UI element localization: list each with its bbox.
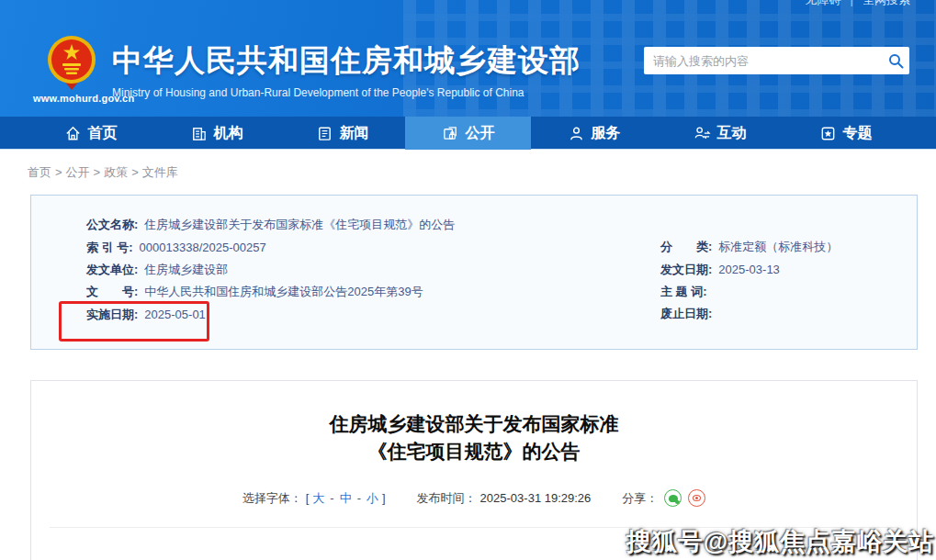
meta-row-subject-words: 主 题 词: [660, 281, 908, 303]
meta-row-implementation-date: 实施日期: 2025-05-01 [86, 304, 601, 326]
meta-row-index-number: 索 引 号: 000013338/2025-00257 [86, 236, 601, 258]
home-icon [64, 125, 82, 142]
meta-row-doc-name: 公文名称: 住房城乡建设部关于发布国家标准《住宅项目规范》的公告 [86, 214, 601, 236]
meta-label: 文 号: [86, 284, 138, 300]
search-box [644, 47, 909, 74]
topics-icon [819, 125, 837, 142]
font-size-small-link[interactable]: 小 [367, 490, 378, 507]
interaction-icon [694, 125, 711, 142]
site-subtitle-english: Ministry of Housing and Urban-Rural Deve… [112, 86, 581, 99]
nav-item-service[interactable]: 服务 [531, 117, 657, 150]
meta-value: 2025-03-13 [718, 263, 780, 276]
nav-label: 互动 [717, 124, 747, 143]
meta-value: 000013338/2025-00257 [140, 241, 266, 254]
meta-label: 发文日期: [660, 262, 712, 278]
meta-value: 标准定额（标准科技） [718, 239, 838, 255]
dash: - [330, 491, 333, 505]
share-label: 分享： [622, 490, 658, 507]
meta-row-issuing-unit: 发文单位: 住房城乡建设部 [86, 259, 601, 281]
topbar-clipped-links: 无障碍|全网搜索 [806, 0, 910, 8]
meta-label: 发文单位: [86, 262, 138, 278]
nav-item-interaction[interactable]: 互动 [657, 117, 783, 150]
service-icon [568, 125, 585, 142]
breadcrumb-disclosure[interactable]: 公开 [66, 165, 90, 179]
breadcrumb: 首页>公开>政策>文件库 [28, 164, 178, 181]
weibo-share-icon[interactable] [688, 489, 705, 507]
nav-label: 机构 [214, 124, 243, 143]
organization-icon [190, 125, 208, 142]
site-header: 无障碍|全网搜索 www.mohurd.gov.cn 中华人民共和国住房和城乡建… [0, 0, 936, 117]
article-title: 住房城乡建设部关于发布国家标准 《住宅项目规范》的公告 [31, 410, 917, 465]
font-size-large-link[interactable]: 大 [312, 490, 324, 507]
font-selector-label: 选择字体： [242, 490, 302, 507]
meta-value: 住房城乡建设部 [144, 262, 228, 278]
meta-row-issue-date: 发文日期: 2025-03-13 [660, 258, 908, 280]
bracket-close: ] [382, 491, 386, 505]
font-size-selector: 选择字体： [ 大 - 中 - 小 ] [242, 490, 386, 507]
meta-label: 索 引 号: [86, 240, 133, 256]
meta-value: 2025-05-01 [144, 308, 206, 321]
news-icon [316, 125, 333, 142]
meta-value: 住房城乡建设部关于发布国家标准《住宅项目规范》的公告 [144, 217, 455, 233]
breadcrumb-policy[interactable]: 政策 [104, 165, 128, 179]
meta-row-abolition-date: 废止日期: [660, 303, 908, 325]
breadcrumb-separator: > [131, 165, 139, 179]
nav-label: 首页 [88, 124, 118, 143]
topbar-link[interactable]: 无障碍 [806, 0, 841, 6]
meta-label: 公文名称: [86, 217, 138, 233]
breadcrumb-home[interactable]: 首页 [28, 165, 51, 179]
nav-label: 新闻 [340, 124, 369, 143]
topbar-separator: | [851, 0, 853, 6]
publish-time-label: 发布时间： [417, 490, 477, 507]
nav-label: 服务 [592, 124, 621, 143]
article-title-line1: 住房城乡建设部关于发布国家标准 [330, 413, 619, 434]
publish-time-value: 2025-03-31 19:29:26 [480, 491, 592, 505]
meta-row-doc-number: 文 号: 中华人民共和国住房和城乡建设部公告2025年第39号 [86, 281, 601, 303]
breadcrumb-separator: > [94, 165, 101, 179]
disclosure-icon [442, 125, 459, 142]
meta-row-category: 分 类: 标准定额（标准科技） [660, 236, 908, 258]
bracket-open: [ [306, 491, 310, 505]
main-navigation: 首页 机构 新闻 公开 服务 互动 [0, 117, 936, 150]
meta-label: 分 类: [660, 239, 712, 255]
breadcrumb-library[interactable]: 文件库 [142, 165, 178, 179]
nav-label: 专题 [843, 124, 873, 143]
article-title-line2: 《住宅项目规范》的公告 [368, 441, 581, 462]
nav-item-news[interactable]: 新闻 [279, 117, 405, 150]
article-meta-row: 选择字体： [ 大 - 中 - 小 ] 发布时间： 2025-03-31 19:… [31, 489, 917, 507]
site-titles: 中华人民共和国住房和城乡建设部 Ministry of Housing and … [112, 40, 581, 99]
search-icon[interactable] [882, 53, 909, 69]
topbar-link[interactable]: 全网搜索 [863, 0, 910, 6]
dash: - [357, 491, 361, 505]
meta-label: 废止日期: [660, 306, 712, 322]
site-title: 中华人民共和国住房和城乡建设部 [112, 40, 581, 82]
share-group: 分享： [622, 489, 705, 507]
nav-item-home[interactable]: 首页 [28, 117, 153, 150]
search-input[interactable] [644, 54, 882, 68]
font-size-medium-link[interactable]: 中 [340, 490, 352, 507]
nav-item-organization[interactable]: 机构 [153, 117, 279, 150]
national-emblem-icon [46, 35, 97, 94]
nav-item-topics[interactable]: 专题 [783, 117, 908, 150]
breadcrumb-separator: > [55, 165, 62, 179]
document-meta-box: 公文名称: 住房城乡建设部关于发布国家标准《住宅项目规范》的公告 索 引 号: … [30, 195, 918, 350]
meta-label: 主 题 词: [660, 284, 707, 300]
sohu-watermark: 搜狐号@搜狐焦点嘉峪关站 [626, 525, 934, 558]
wechat-share-icon[interactable] [664, 489, 682, 507]
page: 无障碍|全网搜索 www.mohurd.gov.cn 中华人民共和国住房和城乡建… [0, 0, 936, 560]
nav-item-disclosure[interactable]: 公开 [405, 117, 531, 150]
meta-column-left: 公文名称: 住房城乡建设部关于发布国家标准《住宅项目规范》的公告 索 引 号: … [86, 214, 601, 326]
meta-label: 实施日期: [86, 307, 138, 323]
nav-label: 公开 [466, 124, 495, 143]
meta-column-right: 分 类: 标准定额（标准科技） 发文日期: 2025-03-13 主 题 词: … [660, 236, 908, 326]
meta-value: 中华人民共和国住房和城乡建设部公告2025年第39号 [144, 284, 423, 300]
publish-time: 发布时间： 2025-03-31 19:29:26 [417, 490, 592, 507]
